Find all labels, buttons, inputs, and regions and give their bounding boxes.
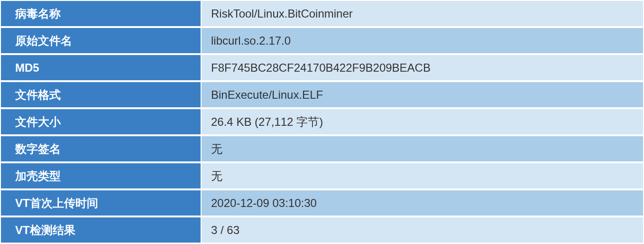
- table-row: 病毒名称 RiskTool/Linux.BitCoinminer: [0, 0, 644, 27]
- value-md5: F8F745BC28CF24170B422F9B209BEACB: [202, 54, 644, 81]
- label-vt-detection: VT检测结果: [0, 216, 202, 244]
- value-virus-name: RiskTool/Linux.BitCoinminer: [202, 0, 644, 27]
- value-file-format: BinExecute/Linux.ELF: [202, 81, 644, 108]
- value-digital-signature: 无: [202, 135, 644, 162]
- label-vt-first-upload: VT首次上传时间: [0, 189, 202, 216]
- virus-info-table: 病毒名称 RiskTool/Linux.BitCoinminer 原始文件名 l…: [0, 0, 644, 244]
- label-file-format: 文件格式: [0, 81, 202, 108]
- label-digital-signature: 数字签名: [0, 135, 202, 162]
- label-file-size: 文件大小: [0, 108, 202, 135]
- value-vt-detection: 3 / 63: [202, 216, 644, 244]
- label-virus-name: 病毒名称: [0, 0, 202, 27]
- table-row: VT首次上传时间 2020-12-09 03:10:30: [0, 189, 644, 216]
- label-original-filename: 原始文件名: [0, 27, 202, 54]
- value-original-filename: libcurl.so.2.17.0: [202, 27, 644, 54]
- value-vt-first-upload: 2020-12-09 03:10:30: [202, 189, 644, 216]
- value-packer-type: 无: [202, 162, 644, 189]
- table-row: 文件格式 BinExecute/Linux.ELF: [0, 81, 644, 108]
- value-file-size: 26.4 KB (27,112 字节): [202, 108, 644, 135]
- table-row: 文件大小 26.4 KB (27,112 字节): [0, 108, 644, 135]
- table-row: 原始文件名 libcurl.so.2.17.0: [0, 27, 644, 54]
- table-row: VT检测结果 3 / 63: [0, 216, 644, 244]
- label-md5: MD5: [0, 54, 202, 81]
- table-row: MD5 F8F745BC28CF24170B422F9B209BEACB: [0, 54, 644, 81]
- table-row: 加壳类型 无: [0, 162, 644, 189]
- label-packer-type: 加壳类型: [0, 162, 202, 189]
- table-row: 数字签名 无: [0, 135, 644, 162]
